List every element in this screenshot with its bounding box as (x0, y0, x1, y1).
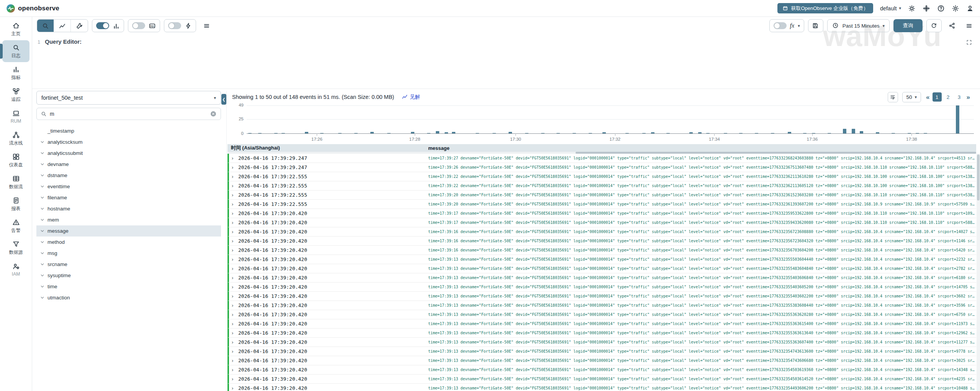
chevron-down-icon[interactable] (40, 206, 45, 211)
field-item-filename[interactable]: filename (36, 192, 221, 203)
table-row[interactable]: ›2026-04-16 17:39:20.420time=17:39:17 de… (227, 218, 976, 227)
histogram-bar[interactable] (843, 129, 846, 133)
field-item-utmaction[interactable]: utmaction (36, 292, 221, 303)
table-row[interactable]: ›2026-04-16 17:39:20.420time=17:39:13 de… (227, 365, 976, 375)
tools-mode-button[interactable] (71, 20, 88, 32)
expand-row-icon[interactable]: › (232, 155, 238, 161)
expand-row-icon[interactable]: › (232, 256, 238, 262)
histogram-bar[interactable] (452, 132, 455, 133)
table-row[interactable]: ›2026-04-16 17:39:20.420time=17:39:13 de… (227, 310, 976, 319)
table-row[interactable]: ›2026-04-16 17:39:20.420time=17:39:13 de… (227, 347, 976, 356)
histogram-bar[interactable] (739, 133, 743, 133)
histogram-bar[interactable] (541, 133, 545, 133)
chevron-down-icon[interactable] (40, 251, 45, 256)
table-row[interactable]: ›2026-04-16 17:39:20.420time=17:39:16 de… (227, 237, 976, 246)
time-range-picker[interactable]: Past 15 Minutes ▾ (827, 19, 890, 32)
histogram-bar[interactable] (828, 133, 831, 133)
histogram-bar[interactable] (492, 133, 496, 133)
table-row[interactable]: ›2026-04-16 17:39:29.247time=17:39:27 de… (227, 154, 976, 163)
histogram-bar[interactable] (803, 133, 807, 133)
histogram-bar[interactable] (258, 133, 262, 133)
histogram-bar[interactable] (651, 132, 654, 133)
expand-row-icon[interactable]: › (232, 174, 238, 179)
toolbar-menu-button[interactable] (200, 19, 213, 32)
quick-mode-toggle[interactable] (168, 22, 181, 29)
chevron-down-icon[interactable] (40, 173, 45, 178)
histogram-bar[interactable] (852, 129, 855, 133)
expand-row-icon[interactable]: › (232, 385, 238, 391)
settings-gear-icon[interactable] (952, 5, 959, 12)
clear-search-icon[interactable] (210, 110, 217, 117)
sidebar-item-数据流[interactable]: 数据流 (2, 171, 29, 193)
expand-row-icon[interactable]: › (232, 247, 238, 253)
brand[interactable]: openobserve (6, 4, 59, 13)
table-row[interactable]: ›2026-04-16 17:39:29.247time=17:39:26 de… (227, 163, 976, 172)
histogram-bar[interactable] (411, 132, 414, 133)
table-row[interactable]: ›2026-04-16 17:39:20.420time=17:39:17 de… (227, 209, 976, 218)
expand-row-icon[interactable]: › (232, 164, 238, 170)
field-item-msg[interactable]: msg (36, 248, 221, 259)
chevron-down-icon[interactable] (40, 262, 45, 267)
table-row[interactable]: ›2026-04-16 17:39:22.555time=17:39:20 de… (227, 191, 976, 200)
sidebar-item-主页[interactable]: 主页 (2, 18, 29, 40)
first-page-button[interactable]: « (925, 94, 930, 100)
stream-select[interactable]: fortinet_50e_test ▾ (36, 91, 221, 105)
table-row[interactable]: ›2026-04-16 17:39:20.420time=17:39:13 de… (227, 255, 976, 264)
insights-link[interactable]: 见解 (402, 94, 420, 100)
sidebar-item-数据源[interactable]: 数据源 (2, 237, 29, 259)
table-row[interactable]: ›2026-04-16 17:39:20.420time=17:39:16 de… (227, 227, 976, 237)
table-row[interactable]: ›2026-04-16 17:39:20.420time=17:39:13 de… (227, 375, 976, 384)
histogram-bar[interactable] (274, 133, 278, 133)
sidebar-item-仪表盘[interactable]: 仪表盘 (2, 150, 29, 171)
chevron-down-icon[interactable] (40, 140, 45, 145)
page-button-3[interactable]: 3 (955, 92, 964, 102)
field-item-devname[interactable]: devname (36, 159, 221, 170)
histogram-bar[interactable] (698, 132, 702, 133)
expand-row-icon[interactable]: › (232, 192, 238, 198)
field-item-message[interactable]: message (36, 225, 221, 237)
histogram-bar[interactable] (724, 133, 727, 133)
table-row[interactable]: ›2026-04-16 17:39:20.420time=17:39:13 de… (227, 292, 976, 301)
share-link-button[interactable] (946, 19, 959, 32)
expand-row-icon[interactable]: › (232, 220, 238, 225)
save-search-button[interactable] (808, 19, 823, 32)
chevron-down-icon[interactable]: ▾ (798, 23, 800, 28)
expand-row-icon[interactable]: › (232, 367, 238, 373)
histogram-bar[interactable] (956, 105, 959, 133)
fullscreen-icon[interactable] (966, 39, 972, 46)
column-header-message[interactable]: message (428, 145, 976, 151)
expand-row-icon[interactable]: › (232, 312, 238, 317)
expand-row-icon[interactable]: › (232, 229, 238, 235)
field-item-eventtime[interactable]: eventtime (36, 181, 221, 192)
visualize-mode-button[interactable] (54, 20, 71, 32)
chevron-down-icon[interactable] (40, 217, 45, 222)
histogram-bar[interactable] (320, 133, 324, 133)
histogram-bar[interactable] (771, 133, 774, 133)
chevron-down-icon[interactable] (40, 228, 45, 233)
chevron-down-icon[interactable] (40, 240, 45, 245)
theme-icon[interactable] (908, 5, 916, 12)
field-item-_timestamp[interactable]: _timestamp (36, 125, 221, 136)
histogram-bar[interactable] (370, 132, 374, 133)
histogram-bar[interactable] (436, 131, 439, 133)
chevron-down-icon[interactable] (40, 195, 45, 200)
field-item-sysuptime[interactable]: sysuptime (36, 270, 221, 281)
chevron-down-icon[interactable] (40, 184, 45, 189)
run-query-button[interactable]: 查询 (893, 19, 923, 32)
sidebar-item-报表[interactable]: 报表 (2, 193, 29, 215)
function-toggle[interactable] (774, 22, 787, 29)
table-row[interactable]: ›2026-04-16 17:39:20.420time=17:39:13 de… (227, 338, 976, 347)
sidebar-item-指标[interactable]: 指标 (2, 62, 29, 84)
histogram-bar[interactable] (812, 133, 815, 133)
histogram-bar[interactable] (525, 133, 528, 133)
sidebar-item-IAM[interactable]: IAM (2, 259, 29, 281)
column-header-time[interactable]: 时间 (Asia/Shanghai) (227, 145, 428, 151)
table-row[interactable]: ›2026-04-16 17:39:22.555time=17:39:20 de… (227, 200, 976, 209)
page-button-1[interactable]: 1 (933, 92, 942, 102)
table-row[interactable]: ›2026-04-16 17:39:22.555time=17:39:22 de… (227, 181, 976, 191)
vertical-scrollbar-thumb[interactable] (977, 154, 980, 200)
histogram-bar[interactable] (625, 133, 629, 133)
expand-row-icon[interactable]: › (232, 330, 238, 336)
expand-row-icon[interactable]: › (232, 284, 238, 290)
table-row[interactable]: ›2026-04-16 17:39:20.420time=17:39:13 de… (227, 264, 976, 273)
